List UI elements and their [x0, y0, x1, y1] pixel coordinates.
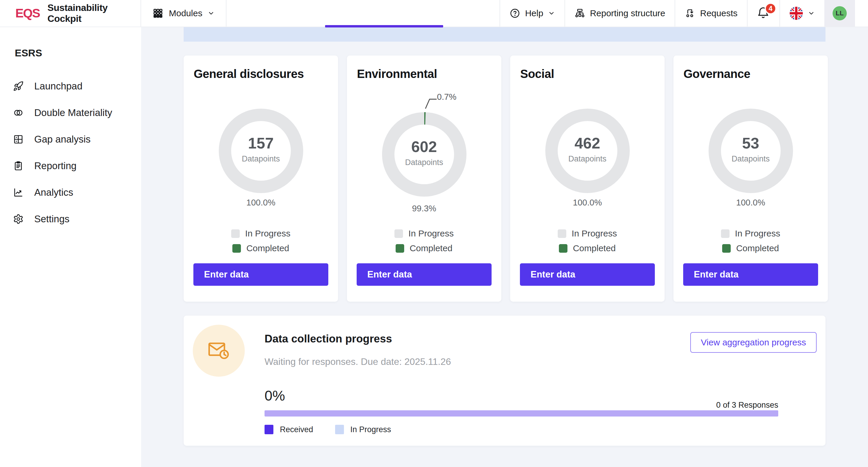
sidebar-item-launchpad[interactable]: Launchpad: [0, 73, 141, 99]
sidebar-item-label: Settings: [34, 213, 69, 225]
datapoints-label: Datapoints: [732, 154, 770, 163]
sidebar-item-label: Double Materiality: [34, 107, 112, 118]
info-banner: [184, 27, 826, 42]
donut-legend: In Progress Completed: [510, 228, 664, 253]
sidebar: ESRS Launchpad Double Materiality: [0, 27, 141, 467]
chevron-down-icon: [208, 10, 215, 17]
in-progress-percent: 100.0%: [674, 198, 828, 208]
user-menu[interactable]: LL: [824, 0, 855, 27]
datapoints-count: 602: [411, 139, 437, 154]
language-selector[interactable]: [779, 0, 824, 27]
card-social: Social 462 Datapoints 100.0% In Progress…: [510, 56, 664, 302]
donut-chart: 53 Datapoints: [709, 108, 793, 193]
legend-completed-label: Completed: [573, 243, 616, 253]
sidebar-item-label: Reporting: [34, 160, 76, 172]
donut-chart: 157 Datapoints: [219, 108, 303, 193]
envelope-clock-icon: [205, 337, 232, 364]
in-progress-swatch: [721, 229, 730, 238]
in-progress-swatch: [558, 229, 566, 238]
requests-button[interactable]: Requests: [675, 0, 747, 27]
card-title: Social: [520, 67, 554, 81]
legend-completed-label: Completed: [246, 243, 289, 253]
gear-icon: [13, 214, 24, 224]
datapoints-label: Datapoints: [568, 154, 607, 163]
card-title: General disclosures: [194, 67, 304, 81]
donut-chart: 602 Datapoints: [382, 112, 466, 196]
help-icon: [509, 8, 520, 19]
datapoints-count: 157: [248, 135, 274, 151]
in-progress-percent: 100.0%: [184, 198, 338, 208]
callout-line: [423, 96, 438, 111]
sidebar-item-settings[interactable]: Settings: [0, 206, 141, 232]
donut-legend: In Progress Completed: [347, 228, 501, 253]
card-environmental: Environmental 0.7% 602 Datapoints 99.3% …: [347, 56, 501, 302]
responses-legend: Received In Progress: [265, 425, 391, 434]
active-tab-indicator: [325, 25, 443, 27]
donut-legend: In Progress Completed: [184, 228, 338, 253]
notifications-button[interactable]: 4: [747, 0, 779, 27]
enter-data-button[interactable]: Enter data: [193, 263, 328, 286]
legend-in-progress-label: In Progress: [245, 228, 290, 239]
enter-data-button[interactable]: Enter data: [520, 263, 655, 286]
datapoints-count: 53: [742, 135, 760, 151]
brand-area: EQS Sustainability Cockpit: [0, 0, 141, 27]
donut-legend: In Progress Completed: [674, 228, 828, 253]
modules-menu[interactable]: Modules: [141, 0, 226, 27]
datapoints-label: Datapoints: [405, 158, 443, 167]
double-circles-icon: [13, 107, 24, 118]
legend-in-progress-label: In Progress: [408, 228, 454, 239]
chart-line-icon: [13, 187, 24, 198]
in-progress-swatch: [231, 229, 240, 238]
rocket-icon: [13, 81, 24, 92]
enter-data-button[interactable]: Enter data: [683, 263, 818, 286]
sidebar-section-esrs: ESRS: [15, 47, 141, 59]
eqs-logo: EQS: [16, 6, 40, 20]
top-bar: EQS Sustainability Cockpit Modules Help: [0, 0, 868, 27]
completed-swatch: [722, 244, 731, 253]
responses-summary: 0 of 3 Responses: [265, 401, 778, 410]
legend-completed-label: Completed: [409, 243, 452, 253]
chevron-down-icon: [808, 10, 815, 17]
sidebar-nav: Launchpad Double Materiality Gap analysi…: [0, 73, 141, 232]
sidebar-item-label: Analytics: [34, 187, 73, 198]
sidebar-item-gap-analysis[interactable]: Gap analysis: [0, 126, 141, 153]
completed-swatch: [232, 244, 241, 253]
chevron-down-icon: [548, 10, 555, 17]
requests-label: Requests: [700, 8, 738, 18]
sidebar-item-analytics[interactable]: Analytics: [0, 179, 141, 206]
completed-swatch: [396, 244, 404, 253]
sidebar-item-double-materiality[interactable]: Double Materiality: [0, 99, 141, 126]
modules-label: Modules: [169, 8, 202, 18]
legend-in-progress-label: In Progress: [735, 228, 780, 239]
in-progress-swatch: [395, 229, 403, 238]
view-aggregation-progress-button[interactable]: View aggregation progress: [690, 332, 817, 353]
donut-chart: 462 Datapoints: [545, 108, 630, 193]
header-spacer: [226, 0, 500, 27]
card-title: Environmental: [357, 67, 437, 81]
sidebar-item-reporting[interactable]: Reporting: [0, 153, 141, 179]
main-content: General disclosures 157 Datapoints 100.0…: [141, 27, 868, 467]
clipboard-icon: [13, 161, 24, 171]
card-title: Governance: [683, 67, 750, 81]
collection-subtitle: Waiting for responses. Due date: 2025.11…: [265, 356, 451, 367]
in-progress-percent: 100.0%: [510, 198, 664, 208]
legend-completed-label: Completed: [736, 243, 779, 253]
modules-grid-icon: [152, 8, 163, 19]
sidebar-item-label: Gap analysis: [34, 134, 91, 145]
envelope-badge: [193, 325, 245, 377]
reporting-structure-button[interactable]: Reporting structure: [564, 0, 675, 27]
datapoints-count: 462: [575, 135, 600, 151]
card-general-disclosures: General disclosures 157 Datapoints 100.0…: [184, 56, 338, 302]
received-swatch: [265, 425, 273, 434]
avatar: LL: [833, 6, 847, 20]
help-menu[interactable]: Help: [500, 0, 564, 27]
in-progress-swatch: [335, 425, 344, 434]
sitemap-icon: [575, 8, 585, 19]
enter-data-button[interactable]: Enter data: [356, 263, 492, 286]
data-collection-card: Data collection progress Waiting for res…: [184, 316, 826, 446]
reporting-structure-label: Reporting structure: [590, 8, 665, 18]
legend-in-progress-label: In Progress: [571, 228, 617, 239]
grid-dots-icon: [13, 134, 24, 145]
help-label: Help: [525, 8, 543, 18]
app-title: Sustainability Cockpit: [48, 2, 141, 24]
